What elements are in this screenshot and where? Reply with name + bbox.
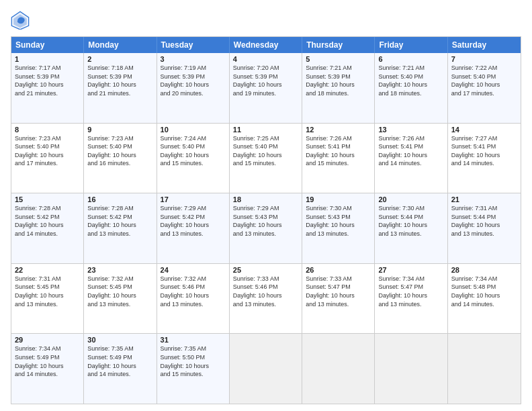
calendar-body: 1Sunrise: 7:17 AM Sunset: 5:39 PM Daylig… bbox=[11, 53, 521, 404]
day-number: 31 bbox=[161, 336, 226, 344]
day-cell-16: 16Sunrise: 7:28 AM Sunset: 5:42 PM Dayli… bbox=[84, 193, 157, 263]
day-number: 7 bbox=[451, 55, 517, 63]
page: SundayMondayTuesdayWednesdayThursdayFrid… bbox=[0, 0, 532, 411]
weekday-header-saturday: Saturday bbox=[448, 37, 521, 53]
empty-cell bbox=[375, 334, 447, 404]
day-cell-11: 11Sunrise: 7:25 AM Sunset: 5:40 PM Dayli… bbox=[230, 124, 302, 193]
day-number: 13 bbox=[378, 126, 443, 134]
day-info: Sunrise: 7:32 AM Sunset: 5:45 PM Dayligh… bbox=[87, 275, 152, 308]
day-info: Sunrise: 7:35 AM Sunset: 5:49 PM Dayligh… bbox=[87, 345, 152, 378]
logo-icon bbox=[11, 11, 30, 30]
day-number: 6 bbox=[378, 55, 443, 63]
day-cell-26: 26Sunrise: 7:33 AM Sunset: 5:47 PM Dayli… bbox=[302, 264, 375, 334]
day-cell-14: 14Sunrise: 7:27 AM Sunset: 5:41 PM Dayli… bbox=[448, 124, 521, 193]
day-info: Sunrise: 7:21 AM Sunset: 5:40 PM Dayligh… bbox=[378, 64, 443, 97]
day-cell-12: 12Sunrise: 7:26 AM Sunset: 5:41 PM Dayli… bbox=[302, 124, 375, 193]
day-info: Sunrise: 7:26 AM Sunset: 5:41 PM Dayligh… bbox=[306, 134, 371, 168]
day-cell-4: 4Sunrise: 7:20 AM Sunset: 5:39 PM Daylig… bbox=[230, 53, 302, 123]
day-info: Sunrise: 7:31 AM Sunset: 5:45 PM Dayligh… bbox=[15, 275, 80, 308]
day-info: Sunrise: 7:24 AM Sunset: 5:40 PM Dayligh… bbox=[161, 134, 226, 168]
day-cell-6: 6Sunrise: 7:21 AM Sunset: 5:40 PM Daylig… bbox=[375, 53, 447, 123]
calendar: SundayMondayTuesdayWednesdayThursdayFrid… bbox=[11, 36, 521, 404]
day-cell-13: 13Sunrise: 7:26 AM Sunset: 5:41 PM Dayli… bbox=[375, 124, 447, 193]
day-number: 27 bbox=[378, 266, 443, 274]
day-number: 9 bbox=[87, 126, 152, 134]
day-number: 3 bbox=[161, 55, 226, 63]
calendar-row-1: 1Sunrise: 7:17 AM Sunset: 5:39 PM Daylig… bbox=[11, 53, 521, 123]
day-info: Sunrise: 7:26 AM Sunset: 5:41 PM Dayligh… bbox=[378, 134, 443, 168]
day-info: Sunrise: 7:32 AM Sunset: 5:46 PM Dayligh… bbox=[161, 275, 226, 308]
day-cell-9: 9Sunrise: 7:23 AM Sunset: 5:40 PM Daylig… bbox=[84, 124, 157, 193]
day-info: Sunrise: 7:34 AM Sunset: 5:47 PM Dayligh… bbox=[378, 275, 443, 308]
day-number: 24 bbox=[161, 266, 226, 274]
day-info: Sunrise: 7:31 AM Sunset: 5:44 PM Dayligh… bbox=[451, 204, 517, 238]
day-info: Sunrise: 7:33 AM Sunset: 5:46 PM Dayligh… bbox=[233, 275, 298, 308]
weekday-header-friday: Friday bbox=[375, 37, 447, 53]
day-cell-7: 7Sunrise: 7:22 AM Sunset: 5:40 PM Daylig… bbox=[448, 53, 521, 123]
logo bbox=[11, 11, 32, 30]
day-number: 25 bbox=[233, 266, 298, 274]
day-cell-28: 28Sunrise: 7:34 AM Sunset: 5:48 PM Dayli… bbox=[448, 264, 521, 334]
day-info: Sunrise: 7:17 AM Sunset: 5:39 PM Dayligh… bbox=[15, 64, 80, 97]
day-info: Sunrise: 7:33 AM Sunset: 5:47 PM Dayligh… bbox=[306, 275, 371, 308]
day-number: 14 bbox=[451, 126, 517, 134]
calendar-row-5: 29Sunrise: 7:34 AM Sunset: 5:49 PM Dayli… bbox=[11, 333, 521, 404]
weekday-header-monday: Monday bbox=[84, 37, 157, 53]
day-cell-25: 25Sunrise: 7:33 AM Sunset: 5:46 PM Dayli… bbox=[230, 264, 302, 334]
day-number: 30 bbox=[87, 336, 152, 344]
day-cell-24: 24Sunrise: 7:32 AM Sunset: 5:46 PM Dayli… bbox=[157, 264, 230, 334]
day-number: 11 bbox=[233, 126, 298, 134]
day-cell-10: 10Sunrise: 7:24 AM Sunset: 5:40 PM Dayli… bbox=[157, 124, 230, 193]
day-cell-27: 27Sunrise: 7:34 AM Sunset: 5:47 PM Dayli… bbox=[375, 264, 447, 334]
day-cell-20: 20Sunrise: 7:30 AM Sunset: 5:44 PM Dayli… bbox=[375, 193, 447, 263]
day-info: Sunrise: 7:35 AM Sunset: 5:50 PM Dayligh… bbox=[161, 345, 226, 378]
weekday-header-sunday: Sunday bbox=[11, 37, 84, 53]
day-cell-17: 17Sunrise: 7:29 AM Sunset: 5:42 PM Dayli… bbox=[157, 193, 230, 263]
day-cell-23: 23Sunrise: 7:32 AM Sunset: 5:45 PM Dayli… bbox=[84, 264, 157, 334]
day-number: 19 bbox=[306, 195, 371, 203]
day-number: 4 bbox=[233, 55, 298, 63]
empty-cell bbox=[230, 334, 302, 404]
day-cell-30: 30Sunrise: 7:35 AM Sunset: 5:49 PM Dayli… bbox=[84, 334, 157, 404]
day-info: Sunrise: 7:27 AM Sunset: 5:41 PM Dayligh… bbox=[451, 134, 517, 168]
calendar-row-4: 22Sunrise: 7:31 AM Sunset: 5:45 PM Dayli… bbox=[11, 263, 521, 334]
day-cell-5: 5Sunrise: 7:21 AM Sunset: 5:39 PM Daylig… bbox=[302, 53, 375, 123]
day-info: Sunrise: 7:29 AM Sunset: 5:42 PM Dayligh… bbox=[161, 204, 226, 238]
day-number: 2 bbox=[87, 55, 152, 63]
day-cell-2: 2Sunrise: 7:18 AM Sunset: 5:39 PM Daylig… bbox=[84, 53, 157, 123]
calendar-row-3: 15Sunrise: 7:28 AM Sunset: 5:42 PM Dayli… bbox=[11, 193, 521, 263]
day-number: 12 bbox=[306, 126, 371, 134]
day-info: Sunrise: 7:28 AM Sunset: 5:42 PM Dayligh… bbox=[87, 204, 152, 238]
day-number: 20 bbox=[378, 195, 443, 203]
day-info: Sunrise: 7:23 AM Sunset: 5:40 PM Dayligh… bbox=[15, 134, 80, 168]
day-info: Sunrise: 7:34 AM Sunset: 5:48 PM Dayligh… bbox=[451, 275, 517, 308]
day-info: Sunrise: 7:23 AM Sunset: 5:40 PM Dayligh… bbox=[87, 134, 152, 168]
day-info: Sunrise: 7:28 AM Sunset: 5:42 PM Dayligh… bbox=[15, 204, 80, 238]
day-number: 16 bbox=[87, 195, 152, 203]
day-info: Sunrise: 7:25 AM Sunset: 5:40 PM Dayligh… bbox=[233, 134, 298, 168]
day-info: Sunrise: 7:22 AM Sunset: 5:40 PM Dayligh… bbox=[451, 64, 517, 97]
day-number: 23 bbox=[87, 266, 152, 274]
day-cell-8: 8Sunrise: 7:23 AM Sunset: 5:40 PM Daylig… bbox=[11, 124, 84, 193]
day-info: Sunrise: 7:30 AM Sunset: 5:44 PM Dayligh… bbox=[378, 204, 443, 238]
empty-cell bbox=[302, 334, 375, 404]
day-number: 8 bbox=[15, 126, 80, 134]
day-cell-29: 29Sunrise: 7:34 AM Sunset: 5:49 PM Dayli… bbox=[11, 334, 84, 404]
day-cell-15: 15Sunrise: 7:28 AM Sunset: 5:42 PM Dayli… bbox=[11, 193, 84, 263]
day-cell-31: 31Sunrise: 7:35 AM Sunset: 5:50 PM Dayli… bbox=[157, 334, 230, 404]
day-info: Sunrise: 7:34 AM Sunset: 5:49 PM Dayligh… bbox=[15, 345, 80, 378]
day-number: 17 bbox=[161, 195, 226, 203]
day-cell-22: 22Sunrise: 7:31 AM Sunset: 5:45 PM Dayli… bbox=[11, 264, 84, 334]
day-number: 28 bbox=[451, 266, 517, 274]
day-number: 21 bbox=[451, 195, 517, 203]
day-cell-18: 18Sunrise: 7:29 AM Sunset: 5:43 PM Dayli… bbox=[230, 193, 302, 263]
day-cell-21: 21Sunrise: 7:31 AM Sunset: 5:44 PM Dayli… bbox=[448, 193, 521, 263]
weekday-header-wednesday: Wednesday bbox=[230, 37, 302, 53]
day-number: 29 bbox=[15, 336, 80, 344]
day-info: Sunrise: 7:18 AM Sunset: 5:39 PM Dayligh… bbox=[87, 64, 152, 97]
empty-cell bbox=[448, 334, 521, 404]
header bbox=[11, 11, 521, 30]
day-info: Sunrise: 7:21 AM Sunset: 5:39 PM Dayligh… bbox=[306, 64, 371, 97]
day-info: Sunrise: 7:30 AM Sunset: 5:43 PM Dayligh… bbox=[306, 204, 371, 238]
day-number: 10 bbox=[161, 126, 226, 134]
